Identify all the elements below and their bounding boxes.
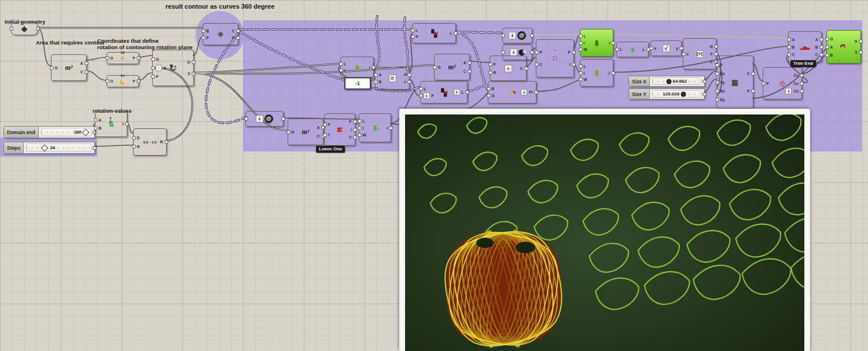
node-reverse-list-in-L[interactable]: L — [615, 47, 624, 52]
node-orient[interactable]: GABGX↷■ — [826, 30, 861, 64]
node-planar-in-O[interactable]: O — [487, 94, 496, 98]
node-cull-pattern-2[interactable]: L⇓PL⇑▚✖ — [420, 81, 468, 104]
node-clean-tree-out-x[interactable] — [528, 50, 534, 55]
node-range-out-R[interactable]: R — [159, 140, 168, 145]
node-cull-duplicates-out-V[interactable]: V — [348, 135, 356, 140]
slider-steps-knob[interactable] — [41, 144, 49, 152]
node-rect-grid-in-Ey[interactable]: Ey — [715, 97, 726, 102]
node-list-item-green[interactable]: LiWi▮→ — [580, 29, 613, 57]
node-section[interactable]: BPCP❖ — [203, 23, 238, 45]
node-expression-sqrt[interactable]: xy√ — [650, 40, 682, 56]
node-clean-tree-in-x[interactable] — [501, 50, 507, 55]
node-list-item-3-in-W[interactable]: W — [579, 77, 589, 82]
node-trim-end-in-A[interactable]: A — [787, 37, 796, 42]
node-construct-domain-out-I[interactable]: I — [122, 122, 129, 127]
node-section-in-P[interactable]: P — [201, 35, 210, 40]
node-list-item-3-out-i[interactable]: i — [608, 71, 615, 75]
node-cull-duplicates-out-P[interactable]: P — [348, 120, 356, 124]
node-trim-end-out-A[interactable]: A — [814, 37, 823, 42]
node-rect-grid-in-Ex[interactable]: Ex — [715, 88, 726, 93]
slider-domain-end-knob[interactable] — [82, 128, 89, 136]
node-section-out-P[interactable]: P — [231, 35, 240, 40]
node-construct-domain-in-A[interactable]: A — [94, 117, 103, 122]
node-equality-out-≠[interactable]: ≠ — [403, 80, 411, 84]
node-round-in-x[interactable]: x — [682, 51, 690, 56]
node-xy-plane[interactable]: OP◣XY — [106, 75, 139, 87]
node-range[interactable]: DNR0.0→1.0 — [133, 128, 167, 156]
node-expression-sqrt-out-y[interactable]: y — [675, 46, 683, 51]
node-polygon-center-in-P[interactable]: P — [762, 81, 770, 86]
node-sort-curve-out-i[interactable]: i — [568, 62, 576, 67]
panel-minus-one[interactable]: -1 — [344, 77, 371, 90]
node-polygon-center[interactable]: PCvCeCa⇓◇· — [763, 67, 802, 99]
node-list-item-2[interactable]: Lii▮→ — [340, 57, 374, 77]
node-expression-sqrt-in-x[interactable]: x — [649, 46, 658, 51]
node-list-item-green-in-W[interactable]: W — [579, 47, 589, 52]
node-list-item-2-in-i[interactable]: i — [339, 68, 347, 73]
node-rect-grid-in-Sy[interactable]: Sy — [715, 80, 726, 84]
node-orient-out-G[interactable]: G — [853, 39, 862, 44]
node-area-3-out-A[interactable]: A — [462, 61, 472, 65]
node-rotate-in-A[interactable]: °A — [151, 66, 168, 71]
node-flatten-2[interactable]: ⇓@ — [502, 28, 532, 43]
graft-modifier-icon[interactable]: ⇑ — [454, 89, 460, 95]
node-list-item-green-in-L[interactable]: L — [579, 34, 587, 39]
node-orient-in-G[interactable]: G — [825, 36, 834, 41]
node-sort-curve-in-C[interactable]: C — [535, 62, 544, 67]
node-area-3-in-G[interactable]: G — [433, 65, 442, 69]
node-cull-duplicates-in-P[interactable]: P — [323, 122, 332, 127]
node-rotate[interactable]: G°APGX↻◖ — [152, 50, 194, 86]
node-construct-domain[interactable]: ABI⇅0 1 — [95, 111, 127, 137]
node-cull-pattern-1-in-P[interactable]: P — [411, 34, 420, 39]
node-trim-end-in-C[interactable]: C — [787, 52, 796, 57]
graft-modifier-icon[interactable]: ⇓ — [785, 88, 792, 94]
node-rotate-out-G[interactable]: G — [186, 60, 195, 64]
node-flatten-2-out-x[interactable] — [528, 34, 534, 38]
node-rotate-out-X[interactable]: X — [186, 72, 195, 76]
node-section-out-C[interactable]: C — [231, 28, 240, 33]
node-cull-duplicates[interactable]: PTPIV✖◦ — [324, 113, 355, 146]
node-polygon-center-out-Ca[interactable]: Ca⇓ — [785, 89, 803, 94]
node-orient-in-A[interactable]: A — [825, 45, 834, 49]
node-sort-curve-in-P[interactable]: P — [535, 50, 543, 54]
node-xy-plane-out-P[interactable]: P — [131, 79, 140, 84]
node-round-out-N[interactable]: N — [709, 44, 718, 49]
slider-steps[interactable]: Steps24 — [3, 142, 95, 154]
node-polygon-center-out-Ce[interactable]: Ce — [792, 81, 803, 86]
node-list-item-1-in-L[interactable]: L — [358, 119, 366, 123]
node-list-item-green-out-i[interactable]: i — [608, 40, 615, 45]
node-reverse-list[interactable]: LL▮← — [616, 42, 649, 57]
node-round[interactable]: xNFC[x] — [683, 38, 716, 69]
node-initial-geometry[interactable]: ◆ — [10, 22, 38, 35]
node-area-1[interactable]: GACm² — [51, 54, 87, 81]
node-rect-grid-in-Sx[interactable]: Sx — [715, 71, 726, 76]
node-xz-plane[interactable]: OP▰XZ — [106, 52, 139, 64]
node-cull-pattern-1[interactable]: LPL▚✖ — [412, 23, 456, 43]
node-flatten-1-out-x[interactable] — [279, 117, 285, 121]
node-flatten-1[interactable]: ⇓@ — [245, 111, 284, 127]
node-list-item-2-in-L[interactable]: L — [339, 61, 348, 66]
slider-size-x-knob[interactable] — [666, 79, 671, 84]
flatten-modifier-icon[interactable]: ° — [156, 65, 162, 71]
node-cull-pattern-2-in-P[interactable]: ⇓P — [419, 94, 435, 98]
node-sort-curve-out-P[interactable]: P — [567, 50, 575, 54]
node-round-out-F[interactable]: F — [709, 51, 718, 56]
slider-size-y-track[interactable]: 120.026 — [652, 90, 702, 98]
node-list-item-3-in-L[interactable]: L — [579, 64, 587, 69]
node-rect-grid-out-P[interactable]: P — [746, 88, 755, 93]
node-initial-geometry-in-x[interactable] — [9, 27, 16, 31]
node-list-item-1[interactable]: LiWi▮→ — [359, 113, 391, 142]
node-area-1-out-A[interactable]: A — [79, 61, 89, 66]
node-cull-duplicates-in-T[interactable]: T — [323, 132, 332, 137]
node-cull-pattern-2-in-L[interactable]: L — [419, 86, 428, 91]
node-polygon-center-out-Cv[interactable]: Cv — [792, 73, 803, 78]
node-list-item-1-out-i[interactable]: i — [385, 125, 393, 130]
node-rotate-in-G[interactable]: G — [151, 57, 160, 61]
node-area-1-in-G[interactable]: G — [50, 65, 59, 70]
node-section-in-B[interactable]: B — [201, 28, 211, 33]
node-area-1-out-C[interactable]: C — [79, 69, 89, 74]
node-circle-in-P[interactable]: P — [488, 62, 497, 66]
node-xz-plane-in-O[interactable]: O — [105, 56, 115, 61]
node-area-3-out-C[interactable]: C — [462, 69, 472, 73]
node-planar[interactable]: BOPl⇓▰✎ — [488, 81, 536, 104]
